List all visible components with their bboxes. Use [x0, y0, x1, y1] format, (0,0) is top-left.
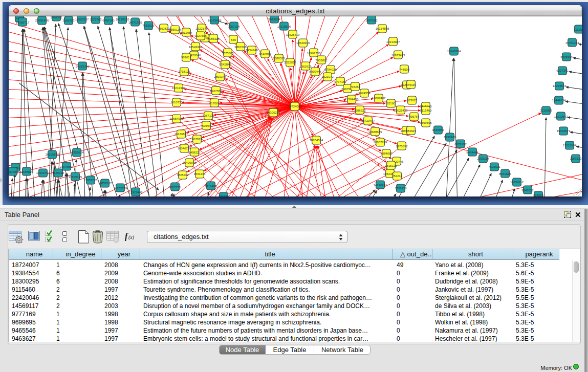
- svg-text:15751074: 15751074: [565, 41, 579, 45]
- svg-text:7625402: 7625402: [177, 173, 189, 177]
- svg-text:12444154: 12444154: [552, 99, 566, 102]
- svg-text:1938371: 1938371: [50, 16, 62, 19]
- svg-text:(x): (x): [128, 234, 135, 240]
- svg-text:5875685: 5875685: [222, 52, 234, 55]
- svg-text:11156829: 11156829: [20, 170, 33, 173]
- svg-text:2867608: 2867608: [234, 46, 247, 49]
- svg-text:8427552: 8427552: [210, 90, 222, 93]
- svg-text:29300215: 29300215: [267, 111, 280, 114]
- svg-text:8990448: 8990448: [309, 70, 321, 73]
- svg-text:1691144: 1691144: [194, 172, 206, 176]
- svg-text:12342757: 12342757: [36, 171, 50, 174]
- svg-text:1621072: 1621072: [321, 75, 334, 78]
- svg-text:10719155: 10719155: [116, 18, 129, 21]
- svg-text:20206576: 20206576: [46, 153, 59, 156]
- svg-text:8938921: 8938921: [444, 136, 456, 139]
- svg-text:7955812: 7955812: [315, 59, 328, 62]
- svg-text:18640910: 18640910: [296, 41, 310, 45]
- svg-text:989612: 989612: [181, 56, 192, 59]
- svg-text:1615132: 1615132: [385, 164, 397, 167]
- svg-text:391459: 391459: [9, 170, 18, 173]
- svg-text:16671355: 16671355: [128, 21, 142, 24]
- svg-text:15409948: 15409948: [183, 161, 197, 164]
- svg-text:748500: 748500: [399, 68, 410, 71]
- svg-text:2803144: 2803144: [214, 75, 226, 78]
- svg-text:16961758: 16961758: [307, 52, 321, 55]
- svg-text:9657771: 9657771: [169, 186, 181, 189]
- svg-text:8660124: 8660124: [169, 28, 181, 31]
- svg-text:7515526: 7515526: [142, 24, 155, 27]
- svg-text:1145194: 1145194: [53, 171, 65, 174]
- svg-text:746266: 746266: [350, 85, 361, 89]
- svg-text:6794028: 6794028: [324, 68, 337, 71]
- svg-text:8813054: 8813054: [268, 18, 280, 21]
- svg-text:2322175: 2322175: [195, 27, 208, 30]
- svg-text:10688609: 10688609: [368, 130, 382, 134]
- svg-text:12213389: 12213389: [172, 86, 186, 90]
- svg-text:1588520: 1588520: [273, 57, 285, 60]
- svg-text:19384554: 19384554: [310, 139, 323, 142]
- svg-text:19166827: 19166827: [175, 133, 188, 136]
- svg-text:7357224: 7357224: [228, 25, 240, 28]
- svg-text:252214: 252214: [392, 174, 403, 178]
- svg-text:984923: 984923: [406, 129, 417, 133]
- svg-text:2718126: 2718126: [178, 70, 190, 73]
- svg-text:9115460: 9115460: [420, 109, 432, 112]
- svg-text:15720407: 15720407: [361, 119, 375, 122]
- svg-text:546: 546: [231, 38, 236, 41]
- svg-text:10025433: 10025433: [394, 109, 408, 112]
- svg-text:371645: 371645: [219, 195, 229, 196]
- svg-text:867833: 867833: [192, 138, 203, 141]
- svg-text:12093872: 12093872: [553, 84, 567, 87]
- svg-text:2106353: 2106353: [62, 19, 75, 22]
- svg-text:20691406: 20691406: [35, 19, 49, 22]
- svg-text:6466160: 6466160: [102, 19, 115, 22]
- svg-text:8186328: 8186328: [207, 37, 220, 40]
- svg-text:16154808: 16154808: [376, 27, 389, 30]
- svg-text:9084067: 9084067: [380, 152, 393, 155]
- svg-text:9329966: 9329966: [560, 56, 573, 59]
- svg-text:995764: 995764: [409, 115, 420, 118]
- svg-text:62160: 62160: [387, 102, 396, 105]
- svg-text:1975692: 1975692: [396, 145, 408, 148]
- svg-text:16648784: 16648784: [447, 50, 461, 53]
- svg-text:3215953: 3215953: [540, 109, 552, 112]
- svg-text:7986322: 7986322: [354, 109, 366, 112]
- svg-text:7663822: 7663822: [158, 27, 170, 30]
- svg-text:53594: 53594: [202, 124, 211, 127]
- svg-text:1527602: 1527602: [90, 18, 102, 21]
- svg-text:1610755: 1610755: [170, 101, 183, 104]
- svg-text:9146821: 9146821: [259, 53, 271, 56]
- svg-text:12923448: 12923448: [129, 191, 143, 194]
- svg-text:5322037: 5322037: [284, 61, 296, 64]
- svg-text:924565: 924565: [533, 194, 544, 196]
- svg-text:8454749: 8454749: [246, 49, 258, 52]
- svg-text:12505115: 12505115: [69, 176, 82, 179]
- svg-text:9777169: 9777169: [334, 80, 346, 83]
- svg-text:23975867: 23975867: [60, 165, 74, 168]
- svg-text:18724007: 18724007: [288, 105, 302, 108]
- svg-text:975115: 975115: [406, 83, 416, 86]
- svg-text:12213987: 12213987: [386, 40, 400, 43]
- svg-text:3624554: 3624554: [358, 92, 371, 95]
- svg-text:14055717: 14055717: [16, 21, 30, 24]
- svg-text:16782759: 16782759: [114, 187, 127, 190]
- svg-text:7632621: 7632621: [488, 165, 500, 168]
- svg-text:817006: 817006: [209, 102, 220, 105]
- svg-text:1733426: 1733426: [395, 187, 407, 190]
- svg-text:10654112: 10654112: [510, 181, 524, 184]
- svg-text:10973493: 10973493: [391, 54, 405, 57]
- svg-text:8912954: 8912954: [180, 31, 192, 34]
- svg-text:1362615: 1362615: [299, 65, 312, 68]
- svg-text:17359924: 17359924: [70, 151, 84, 154]
- svg-text:f: f: [125, 232, 128, 241]
- svg-text:6679197: 6679197: [454, 143, 467, 146]
- svg-text:17016504: 17016504: [563, 144, 577, 147]
- svg-text:9227342: 9227342: [556, 69, 569, 72]
- svg-text:16543362: 16543362: [189, 46, 203, 49]
- svg-text:16033809: 16033809: [208, 19, 222, 22]
- svg-text:18807249: 18807249: [374, 141, 387, 144]
- svg-text:2935114: 2935114: [477, 157, 490, 160]
- svg-text:15692971: 15692971: [557, 129, 571, 133]
- svg-text:3716485: 3716485: [205, 185, 217, 188]
